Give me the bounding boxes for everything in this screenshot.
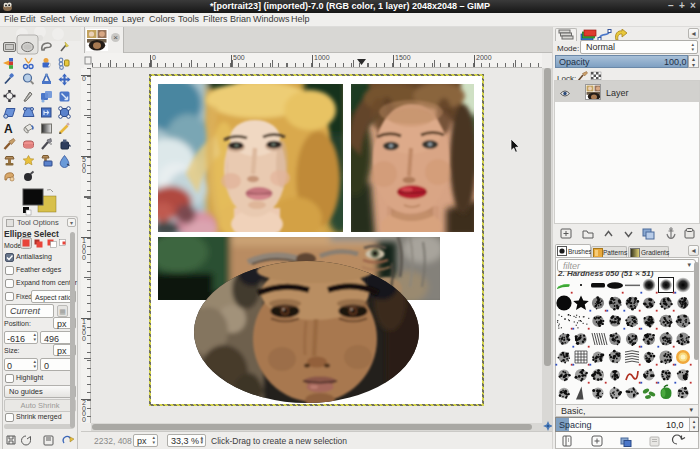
- svg-text:A: A: [4, 122, 13, 136]
